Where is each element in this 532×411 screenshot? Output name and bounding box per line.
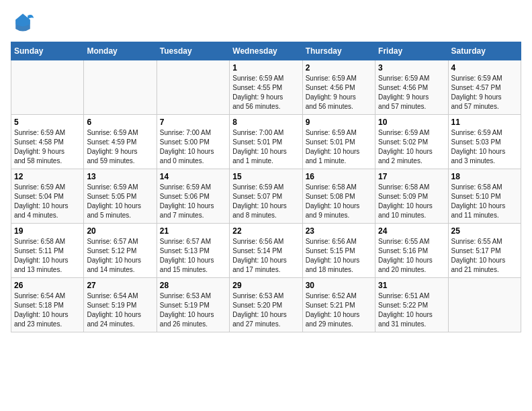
day-number: 10 bbox=[378, 118, 445, 127]
calendar-day-cell: 8Sunrise: 7:00 AMSunset: 5:01 PMDaylight… bbox=[230, 115, 302, 169]
day-of-week-header: Tuesday bbox=[157, 42, 229, 60]
day-info: Sunrise: 6:56 AMSunset: 5:14 PMDaylight:… bbox=[232, 237, 299, 275]
day-info: Sunrise: 6:59 AMSunset: 4:58 PMDaylight:… bbox=[14, 128, 81, 166]
day-info: Sunrise: 6:59 AMSunset: 5:02 PMDaylight:… bbox=[378, 128, 445, 166]
day-info: Sunrise: 6:59 AMSunset: 5:03 PMDaylight:… bbox=[451, 128, 518, 166]
day-info: Sunrise: 6:57 AMSunset: 5:13 PMDaylight:… bbox=[160, 237, 226, 275]
day-info: Sunrise: 6:56 AMSunset: 5:15 PMDaylight:… bbox=[306, 237, 372, 275]
day-number: 16 bbox=[306, 172, 372, 181]
day-number: 3 bbox=[378, 63, 445, 73]
calendar-day-cell bbox=[84, 60, 157, 115]
day-info: Sunrise: 6:53 AMSunset: 5:20 PMDaylight:… bbox=[232, 291, 299, 329]
day-info: Sunrise: 6:57 AMSunset: 5:12 PMDaylight:… bbox=[87, 237, 153, 275]
calendar-day-cell: 19Sunrise: 6:58 AMSunset: 5:11 PMDayligh… bbox=[11, 224, 84, 278]
calendar-day-cell bbox=[157, 60, 229, 115]
calendar-week-row: 1Sunrise: 6:59 AMSunset: 4:55 PMDaylight… bbox=[11, 60, 521, 115]
day-info: Sunrise: 6:59 AMSunset: 4:59 PMDaylight:… bbox=[87, 128, 153, 166]
calendar-day-cell: 4Sunrise: 6:59 AMSunset: 4:57 PMDaylight… bbox=[448, 60, 521, 115]
day-info: Sunrise: 6:58 AMSunset: 5:08 PMDaylight:… bbox=[306, 183, 372, 220]
calendar-day-cell: 9Sunrise: 6:59 AMSunset: 5:01 PMDaylight… bbox=[302, 115, 375, 169]
day-number: 18 bbox=[451, 172, 518, 181]
day-of-week-header: Saturday bbox=[448, 42, 521, 60]
day-info: Sunrise: 6:58 AMSunset: 5:09 PMDaylight:… bbox=[378, 183, 445, 220]
day-number: 11 bbox=[451, 118, 518, 127]
calendar-day-cell bbox=[448, 278, 521, 332]
day-info: Sunrise: 6:53 AMSunset: 5:19 PMDaylight:… bbox=[160, 291, 226, 329]
day-number: 25 bbox=[451, 226, 518, 236]
day-number: 4 bbox=[451, 63, 518, 73]
day-number: 17 bbox=[378, 172, 445, 181]
day-info: Sunrise: 6:54 AMSunset: 5:19 PMDaylight:… bbox=[87, 291, 153, 329]
day-of-week-header: Thursday bbox=[302, 42, 375, 60]
calendar-day-cell: 30Sunrise: 6:52 AMSunset: 5:21 PMDayligh… bbox=[302, 278, 375, 332]
calendar-day-cell: 29Sunrise: 6:53 AMSunset: 5:20 PMDayligh… bbox=[230, 278, 302, 332]
calendar-day-cell: 24Sunrise: 6:55 AMSunset: 5:16 PMDayligh… bbox=[375, 224, 448, 278]
calendar-day-cell: 12Sunrise: 6:59 AMSunset: 5:04 PMDayligh… bbox=[11, 169, 84, 224]
calendar-header-row: SundayMondayTuesdayWednesdayThursdayFrid… bbox=[11, 42, 521, 60]
day-info: Sunrise: 6:55 AMSunset: 5:16 PMDaylight:… bbox=[378, 237, 445, 275]
day-number: 7 bbox=[160, 118, 226, 127]
calendar-day-cell: 16Sunrise: 6:58 AMSunset: 5:08 PMDayligh… bbox=[302, 169, 375, 224]
logo-icon bbox=[11, 11, 35, 35]
day-number: 31 bbox=[378, 281, 445, 290]
page-header bbox=[11, 11, 521, 35]
calendar-day-cell: 25Sunrise: 6:55 AMSunset: 5:17 PMDayligh… bbox=[448, 224, 521, 278]
day-info: Sunrise: 6:52 AMSunset: 5:21 PMDaylight:… bbox=[306, 291, 372, 329]
day-number: 12 bbox=[14, 172, 81, 181]
day-number: 15 bbox=[232, 172, 299, 181]
day-info: Sunrise: 6:59 AMSunset: 5:04 PMDaylight:… bbox=[14, 183, 81, 220]
day-info: Sunrise: 6:59 AMSunset: 5:06 PMDaylight:… bbox=[160, 183, 226, 220]
calendar-week-row: 19Sunrise: 6:58 AMSunset: 5:11 PMDayligh… bbox=[11, 224, 521, 278]
day-number: 22 bbox=[232, 226, 299, 236]
day-number: 26 bbox=[14, 281, 81, 290]
day-info: Sunrise: 7:00 AMSunset: 5:00 PMDaylight:… bbox=[160, 128, 226, 166]
calendar-day-cell: 7Sunrise: 7:00 AMSunset: 5:00 PMDaylight… bbox=[157, 115, 229, 169]
day-number: 5 bbox=[14, 118, 81, 127]
day-number: 1 bbox=[232, 63, 299, 73]
calendar-table: SundayMondayTuesdayWednesdayThursdayFrid… bbox=[11, 42, 521, 332]
day-number: 8 bbox=[232, 118, 299, 127]
day-info: Sunrise: 6:59 AMSunset: 4:55 PMDaylight:… bbox=[232, 74, 299, 111]
calendar-week-row: 26Sunrise: 6:54 AMSunset: 5:18 PMDayligh… bbox=[11, 278, 521, 332]
day-of-week-header: Monday bbox=[84, 42, 157, 60]
day-info: Sunrise: 6:59 AMSunset: 4:56 PMDaylight:… bbox=[306, 74, 372, 111]
day-number: 21 bbox=[160, 226, 226, 236]
calendar-day-cell: 15Sunrise: 6:59 AMSunset: 5:07 PMDayligh… bbox=[230, 169, 302, 224]
day-info: Sunrise: 6:51 AMSunset: 5:22 PMDaylight:… bbox=[378, 291, 445, 329]
calendar-day-cell: 13Sunrise: 6:59 AMSunset: 5:05 PMDayligh… bbox=[84, 169, 157, 224]
day-info: Sunrise: 6:59 AMSunset: 5:07 PMDaylight:… bbox=[232, 183, 299, 220]
day-info: Sunrise: 6:59 AMSunset: 4:57 PMDaylight:… bbox=[451, 74, 518, 111]
calendar-day-cell bbox=[11, 60, 84, 115]
calendar-day-cell: 31Sunrise: 6:51 AMSunset: 5:22 PMDayligh… bbox=[375, 278, 448, 332]
day-info: Sunrise: 7:00 AMSunset: 5:01 PMDaylight:… bbox=[232, 128, 299, 166]
day-number: 29 bbox=[232, 281, 299, 290]
day-info: Sunrise: 6:58 AMSunset: 5:10 PMDaylight:… bbox=[451, 183, 518, 220]
calendar-day-cell: 21Sunrise: 6:57 AMSunset: 5:13 PMDayligh… bbox=[157, 224, 229, 278]
day-number: 28 bbox=[160, 281, 226, 290]
calendar-day-cell: 28Sunrise: 6:53 AMSunset: 5:19 PMDayligh… bbox=[157, 278, 229, 332]
day-info: Sunrise: 6:59 AMSunset: 5:05 PMDaylight:… bbox=[87, 183, 153, 220]
day-number: 27 bbox=[87, 281, 153, 290]
calendar-day-cell: 6Sunrise: 6:59 AMSunset: 4:59 PMDaylight… bbox=[84, 115, 157, 169]
calendar-day-cell: 26Sunrise: 6:54 AMSunset: 5:18 PMDayligh… bbox=[11, 278, 84, 332]
calendar-day-cell: 10Sunrise: 6:59 AMSunset: 5:02 PMDayligh… bbox=[375, 115, 448, 169]
calendar-day-cell: 1Sunrise: 6:59 AMSunset: 4:55 PMDaylight… bbox=[230, 60, 302, 115]
calendar-day-cell: 14Sunrise: 6:59 AMSunset: 5:06 PMDayligh… bbox=[157, 169, 229, 224]
day-number: 20 bbox=[87, 226, 153, 236]
calendar-week-row: 12Sunrise: 6:59 AMSunset: 5:04 PMDayligh… bbox=[11, 169, 521, 224]
calendar-day-cell: 18Sunrise: 6:58 AMSunset: 5:10 PMDayligh… bbox=[448, 169, 521, 224]
day-info: Sunrise: 6:58 AMSunset: 5:11 PMDaylight:… bbox=[14, 237, 81, 275]
calendar-day-cell: 5Sunrise: 6:59 AMSunset: 4:58 PMDaylight… bbox=[11, 115, 84, 169]
logo bbox=[11, 11, 38, 35]
day-number: 13 bbox=[87, 172, 153, 181]
day-info: Sunrise: 6:55 AMSunset: 5:17 PMDaylight:… bbox=[451, 237, 518, 275]
day-info: Sunrise: 6:59 AMSunset: 5:01 PMDaylight:… bbox=[306, 128, 372, 166]
calendar-day-cell: 3Sunrise: 6:59 AMSunset: 4:56 PMDaylight… bbox=[375, 60, 448, 115]
day-number: 2 bbox=[306, 63, 372, 73]
calendar-day-cell: 11Sunrise: 6:59 AMSunset: 5:03 PMDayligh… bbox=[448, 115, 521, 169]
calendar-day-cell: 17Sunrise: 6:58 AMSunset: 5:09 PMDayligh… bbox=[375, 169, 448, 224]
calendar-day-cell: 22Sunrise: 6:56 AMSunset: 5:14 PMDayligh… bbox=[230, 224, 302, 278]
day-of-week-header: Sunday bbox=[11, 42, 84, 60]
day-info: Sunrise: 6:54 AMSunset: 5:18 PMDaylight:… bbox=[14, 291, 81, 329]
calendar-day-cell: 2Sunrise: 6:59 AMSunset: 4:56 PMDaylight… bbox=[302, 60, 375, 115]
